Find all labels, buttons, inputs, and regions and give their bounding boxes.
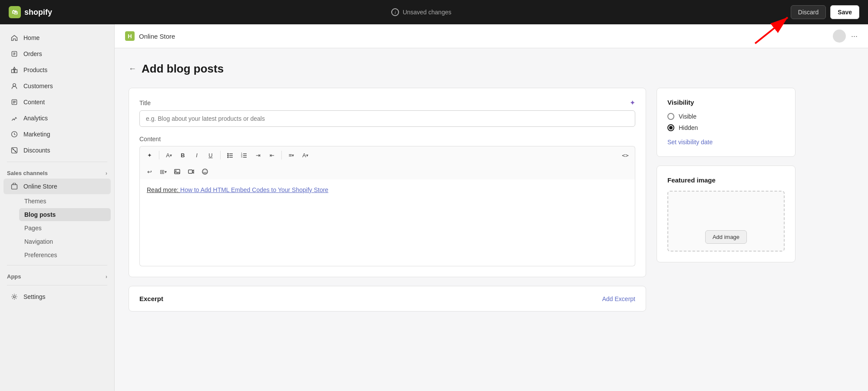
settings-label: Settings [23,293,46,300]
hidden-option[interactable]: Hidden [667,124,785,131]
title-input[interactable] [139,110,635,127]
undo-btn[interactable]: ↩ [143,166,155,178]
chevron-right-icon: › [106,170,107,176]
subnav-preferences[interactable]: Preferences [19,249,111,262]
outdent-btn[interactable]: ⇤ [266,149,278,161]
marketing-icon [10,130,18,138]
subnav-navigation[interactable]: Navigation [19,235,111,248]
content-label: Content [23,99,45,106]
text-color-btn[interactable]: A▾ [299,149,311,161]
hidden-radio[interactable] [667,124,674,131]
table-btn[interactable]: ⊞▾ [157,166,169,178]
avatar [833,30,846,43]
read-more-prefix: Read more: [147,186,180,193]
sidebar-divider-2 [7,265,107,265]
themes-label: Themes [24,198,46,205]
emoji-btn[interactable] [199,166,211,178]
add-image-button[interactable]: Add image [705,230,747,244]
visibility-card: Visibility Visible Hidden Set visibi [657,88,795,157]
svg-rect-3 [12,70,14,73]
page-title: Add blog posts [142,62,224,76]
sidebar-item-discounts[interactable]: Discounts [3,142,111,158]
info-icon: i [391,8,399,16]
toolbar-sep-3 [281,151,282,159]
embed-codes-link[interactable]: How to Add HTML Embed Codes to Your Shop… [180,186,328,193]
orders-icon [10,50,18,58]
image-upload-area[interactable]: Add image [667,191,785,252]
font-btn[interactable]: A▾ [163,149,175,161]
excerpt-card: Excerpt Add Excerpt [129,286,646,311]
unordered-list-btn[interactable] [224,149,236,161]
visible-label: Visible [679,113,696,120]
subnav-pages[interactable]: Pages [19,222,111,235]
store-logo-icon: H [125,31,135,41]
visible-radio[interactable] [667,113,674,120]
visible-option[interactable]: Visible [667,113,785,120]
sidebar-item-orders[interactable]: Orders [3,46,111,62]
subnav-themes[interactable]: Themes [19,195,111,208]
svg-point-10 [13,296,16,298]
bold-btn[interactable]: B [177,149,189,161]
home-label: Home [23,34,40,41]
subnav-blog-posts[interactable]: Blog posts [19,208,111,221]
apps-chevron-icon: › [106,274,107,280]
topbar: 🛍 shopify i Unsaved changes Discard Save [0,0,868,24]
store-header: H Online Store ··· [115,24,868,48]
featured-image-title: Featured image [667,176,785,184]
topbar-actions: Discard Save [791,5,859,19]
content-label-text: Content [139,136,161,142]
products-label: Products [23,66,47,73]
save-button[interactable]: Save [830,5,859,19]
sidebar-item-online-store[interactable]: Online Store [3,179,111,194]
title-field-label: Title ✦ [139,99,635,107]
unsaved-changes-notice: i Unsaved changes [52,8,791,16]
source-btn[interactable]: <> [619,149,631,161]
editor-toolbar-row2: ↩ ⊞▾ [139,164,635,179]
svg-point-15 [228,157,228,158]
sidebar-divider-1 [7,162,107,162]
apps-section[interactable]: Apps › [0,269,114,282]
sidebar-item-products[interactable]: Products [3,62,111,78]
ai-sparkle-icon[interactable]: ✦ [630,99,635,107]
toolbar-sep-1 [159,151,159,159]
analytics-icon [10,114,18,122]
svg-point-26 [202,169,208,174]
page-title-row: ← Add blog posts [129,62,795,76]
sidebar-item-settings[interactable]: Settings [3,289,111,305]
italic-btn[interactable]: I [191,149,203,161]
svg-point-28 [206,171,207,172]
back-arrow-button[interactable]: ← [129,64,136,73]
excerpt-title: Excerpt [139,295,163,302]
sidebar-item-customers[interactable]: Customers [3,78,111,94]
indent-btn[interactable]: ⇥ [252,149,264,161]
ai-toolbar-btn[interactable]: ✦ [143,149,155,161]
set-visibility-date-link[interactable]: Set visibility date [667,139,713,146]
discard-button[interactable]: Discard [791,5,826,19]
featured-image-card: Featured image Add image [657,166,795,262]
shopify-bag-icon: 🛍 [9,6,21,18]
sidebar-item-home[interactable]: Home [3,30,111,46]
main-column: Title ✦ Content ✦ A▾ B [129,88,646,311]
sidebar-item-content[interactable]: Content [3,94,111,110]
online-store-subnav: Themes Blog posts Pages Navigation Prefe… [0,195,114,262]
video-btn[interactable] [185,166,197,178]
svg-point-27 [204,171,205,172]
sidebar-item-marketing[interactable]: Marketing [3,126,111,142]
underline-btn[interactable]: U [205,149,217,161]
editor-content: Read more: How to Add HTML Embed Codes t… [147,186,628,193]
align-btn[interactable]: ≡▾ [285,149,297,161]
content-area: H Online Store ··· ← Add blog posts [115,24,868,391]
add-excerpt-button[interactable]: Add Excerpt [602,295,635,302]
excerpt-header: Excerpt Add Excerpt [139,295,635,302]
home-icon [10,34,18,42]
sidebar: Home Orders [0,24,115,391]
discounts-icon [10,146,18,154]
online-store-icon [10,182,18,190]
svg-rect-9 [12,185,17,189]
sidebar-item-analytics[interactable]: Analytics [3,110,111,126]
editor-body[interactable]: Read more: How to Add HTML Embed Codes t… [139,179,635,266]
more-options-icon[interactable]: ··· [851,32,858,41]
ordered-list-btn[interactable]: 1. 2. 3. [238,149,250,161]
sales-channels-section[interactable]: Sales channels › [0,166,114,178]
image-btn[interactable] [171,166,183,178]
